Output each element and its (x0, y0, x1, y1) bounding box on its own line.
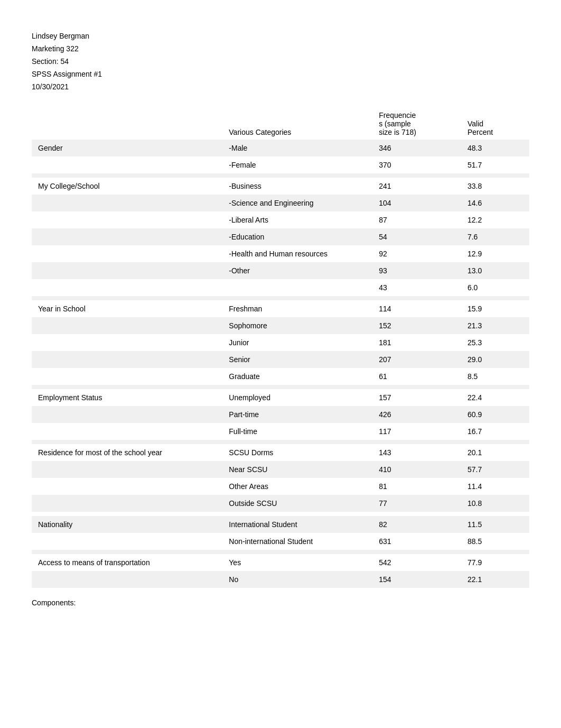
row-label (32, 368, 222, 385)
col-freq-header: Frequencies (samplesize is 718) (372, 107, 461, 140)
row-frequency: 77 (372, 495, 461, 512)
row-frequency: 43 (372, 279, 461, 296)
row-frequency: 542 (372, 554, 461, 571)
row-category: Yes (222, 554, 372, 571)
table-row: -Science and Engineering10414.6 (32, 195, 529, 211)
row-label (32, 245, 222, 262)
row-label (32, 228, 222, 245)
row-label: Year in School (32, 300, 222, 317)
row-label (32, 262, 222, 279)
row-percent: 12.9 (461, 245, 529, 262)
row-category: Sophomore (222, 317, 372, 334)
row-category (222, 279, 372, 296)
row-category: -Health and Human resources (222, 245, 372, 262)
table-row: NationalityInternational Student8211.5 (32, 516, 529, 533)
header-name: Lindsey Bergman (32, 32, 529, 40)
row-category: Part-time (222, 406, 372, 423)
row-percent: 21.3 (461, 317, 529, 334)
row-label (32, 495, 222, 512)
table-row: Non-international Student63188.5 (32, 533, 529, 550)
col-percent-header: ValidPercent (461, 107, 529, 140)
row-label (32, 156, 222, 173)
row-frequency: 154 (372, 571, 461, 588)
table-row: Year in SchoolFreshman11415.9 (32, 300, 529, 317)
table-row: Senior20729.0 (32, 351, 529, 368)
col-category-header: Various Categories (222, 107, 372, 140)
spacer-row (32, 173, 529, 178)
row-label (32, 406, 222, 423)
spacer-row (32, 440, 529, 444)
table-row: Residence for most of the school yearSCS… (32, 444, 529, 461)
row-category: -Science and Engineering (222, 195, 372, 211)
row-percent: 77.9 (461, 554, 529, 571)
row-frequency: 426 (372, 406, 461, 423)
table-row: Part-time42660.9 (32, 406, 529, 423)
row-percent: 8.5 (461, 368, 529, 385)
header-section: Lindsey Bergman Marketing 322 Section: 5… (32, 32, 529, 91)
table-row: Full-time11716.7 (32, 423, 529, 440)
row-label: Nationality (32, 516, 222, 533)
row-frequency: 181 (372, 334, 461, 351)
row-frequency: 207 (372, 351, 461, 368)
header-date: 10/30/2021 (32, 82, 529, 91)
spacer-row (32, 296, 529, 300)
row-frequency: 346 (372, 140, 461, 156)
row-percent: 20.1 (461, 444, 529, 461)
table-row: Access to means of transportationYes5427… (32, 554, 529, 571)
row-category: Unemployed (222, 389, 372, 406)
row-label (32, 461, 222, 478)
table-row: -Liberal Arts8712.2 (32, 211, 529, 228)
row-percent: 33.8 (461, 178, 529, 195)
table-header-row: Various Categories Frequencies (samplesi… (32, 107, 529, 140)
row-frequency: 143 (372, 444, 461, 461)
row-label (32, 423, 222, 440)
row-label (32, 351, 222, 368)
row-percent: 6.0 (461, 279, 529, 296)
row-percent: 16.7 (461, 423, 529, 440)
row-percent: 22.4 (461, 389, 529, 406)
spacer-row (32, 550, 529, 554)
spacer-row (32, 512, 529, 516)
row-frequency: 104 (372, 195, 461, 211)
row-category: Senior (222, 351, 372, 368)
row-percent: 88.5 (461, 533, 529, 550)
row-label: Employment Status (32, 389, 222, 406)
row-label: Residence for most of the school year (32, 444, 222, 461)
table-row: -Education547.6 (32, 228, 529, 245)
row-category: Graduate (222, 368, 372, 385)
row-category: -Other (222, 262, 372, 279)
components-label: Components: (32, 598, 529, 607)
row-label (32, 211, 222, 228)
row-percent: 10.8 (461, 495, 529, 512)
row-frequency: 410 (372, 461, 461, 478)
row-label (32, 533, 222, 550)
row-label (32, 478, 222, 495)
row-percent: 13.0 (461, 262, 529, 279)
row-category: International Student (222, 516, 372, 533)
row-percent: 15.9 (461, 300, 529, 317)
row-category: -Male (222, 140, 372, 156)
table-row: -Other9313.0 (32, 262, 529, 279)
row-category: Full-time (222, 423, 372, 440)
row-frequency: 152 (372, 317, 461, 334)
row-percent: 51.7 (461, 156, 529, 173)
table-row: Junior18125.3 (32, 334, 529, 351)
row-category: Other Areas (222, 478, 372, 495)
table-row: Graduate618.5 (32, 368, 529, 385)
table-row: 436.0 (32, 279, 529, 296)
row-frequency: 81 (372, 478, 461, 495)
row-percent: 29.0 (461, 351, 529, 368)
row-label (32, 195, 222, 211)
row-percent: 12.2 (461, 211, 529, 228)
row-category: -Liberal Arts (222, 211, 372, 228)
row-frequency: 114 (372, 300, 461, 317)
row-frequency: 157 (372, 389, 461, 406)
row-category: SCSU Dorms (222, 444, 372, 461)
row-frequency: 87 (372, 211, 461, 228)
table-row: -Health and Human resources9212.9 (32, 245, 529, 262)
row-percent: 14.6 (461, 195, 529, 211)
row-frequency: 61 (372, 368, 461, 385)
table-row: Other Areas8111.4 (32, 478, 529, 495)
row-category: Near SCSU (222, 461, 372, 478)
spacer-row (32, 385, 529, 389)
